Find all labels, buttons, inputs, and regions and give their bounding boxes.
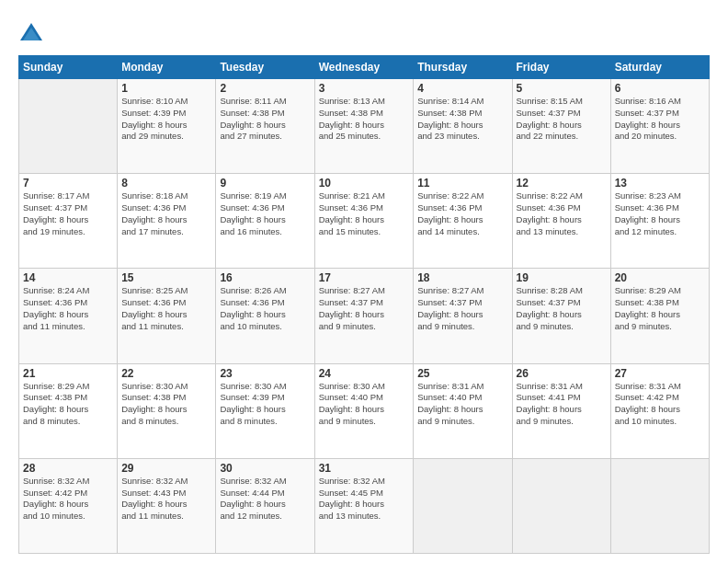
day-number: 8 — [121, 177, 211, 190]
calendar-cell: 23Sunrise: 8:30 AM Sunset: 4:39 PM Dayli… — [216, 363, 314, 458]
day-number: 4 — [417, 82, 507, 95]
calendar-cell — [414, 458, 512, 553]
day-number: 13 — [615, 177, 705, 190]
calendar-cell: 8Sunrise: 8:18 AM Sunset: 4:36 PM Daylig… — [118, 174, 216, 269]
day-number: 18 — [417, 271, 507, 284]
calendar-cell: 2Sunrise: 8:11 AM Sunset: 4:38 PM Daylig… — [216, 79, 314, 174]
calendar-cell: 18Sunrise: 8:27 AM Sunset: 4:37 PM Dayli… — [414, 269, 512, 363]
header-day-saturday: Saturday — [610, 56, 709, 79]
day-info: Sunrise: 8:32 AM Sunset: 4:43 PM Dayligh… — [121, 476, 211, 523]
calendar-cell: 17Sunrise: 8:27 AM Sunset: 4:37 PM Dayli… — [314, 269, 414, 363]
day-info: Sunrise: 8:27 AM Sunset: 4:37 PM Dayligh… — [319, 285, 410, 332]
header-day-tuesday: Tuesday — [216, 56, 314, 79]
day-number: 2 — [220, 82, 310, 95]
day-info: Sunrise: 8:31 AM Sunset: 4:42 PM Dayligh… — [615, 381, 705, 428]
calendar-cell: 9Sunrise: 8:19 AM Sunset: 4:36 PM Daylig… — [216, 174, 314, 269]
calendar-week-row: 1Sunrise: 8:10 AM Sunset: 4:39 PM Daylig… — [19, 79, 710, 174]
calendar-cell: 25Sunrise: 8:31 AM Sunset: 4:40 PM Dayli… — [414, 363, 512, 458]
calendar-cell: 6Sunrise: 8:16 AM Sunset: 4:37 PM Daylig… — [610, 79, 709, 174]
calendar-cell: 21Sunrise: 8:29 AM Sunset: 4:38 PM Dayli… — [19, 363, 118, 458]
calendar-cell: 1Sunrise: 8:10 AM Sunset: 4:39 PM Daylig… — [118, 79, 216, 174]
day-info: Sunrise: 8:22 AM Sunset: 4:36 PM Dayligh… — [517, 190, 607, 237]
day-info: Sunrise: 8:29 AM Sunset: 4:38 PM Dayligh… — [615, 285, 705, 332]
day-number: 10 — [319, 177, 410, 190]
day-number: 22 — [121, 367, 211, 380]
day-info: Sunrise: 8:22 AM Sunset: 4:36 PM Dayligh… — [417, 190, 507, 237]
calendar-cell: 7Sunrise: 8:17 AM Sunset: 4:37 PM Daylig… — [19, 174, 118, 269]
header-day-monday: Monday — [118, 56, 216, 79]
day-info: Sunrise: 8:19 AM Sunset: 4:36 PM Dayligh… — [220, 190, 310, 237]
header-day-thursday: Thursday — [414, 56, 512, 79]
day-info: Sunrise: 8:28 AM Sunset: 4:37 PM Dayligh… — [517, 285, 607, 332]
calendar-cell: 24Sunrise: 8:30 AM Sunset: 4:40 PM Dayli… — [314, 363, 414, 458]
day-number: 29 — [121, 462, 211, 475]
day-number: 15 — [121, 271, 211, 284]
calendar-cell — [19, 79, 118, 174]
calendar-table: SundayMondayTuesdayWednesdayThursdayFrid… — [18, 55, 710, 554]
logo-icon — [18, 20, 44, 46]
calendar-cell: 11Sunrise: 8:22 AM Sunset: 4:36 PM Dayli… — [414, 174, 512, 269]
day-info: Sunrise: 8:10 AM Sunset: 4:39 PM Dayligh… — [121, 96, 211, 143]
day-info: Sunrise: 8:16 AM Sunset: 4:37 PM Dayligh… — [615, 96, 705, 143]
calendar-header-row: SundayMondayTuesdayWednesdayThursdayFrid… — [19, 56, 710, 79]
day-number: 30 — [220, 462, 310, 475]
day-info: Sunrise: 8:29 AM Sunset: 4:38 PM Dayligh… — [23, 381, 113, 428]
day-number: 20 — [615, 271, 705, 284]
calendar-week-row: 14Sunrise: 8:24 AM Sunset: 4:36 PM Dayli… — [19, 269, 710, 363]
day-info: Sunrise: 8:17 AM Sunset: 4:37 PM Dayligh… — [23, 190, 113, 237]
calendar-week-row: 7Sunrise: 8:17 AM Sunset: 4:37 PM Daylig… — [19, 174, 710, 269]
calendar-cell: 19Sunrise: 8:28 AM Sunset: 4:37 PM Dayli… — [512, 269, 610, 363]
day-number: 3 — [319, 82, 410, 95]
day-info: Sunrise: 8:30 AM Sunset: 4:39 PM Dayligh… — [220, 381, 310, 428]
calendar-week-row: 21Sunrise: 8:29 AM Sunset: 4:38 PM Dayli… — [19, 363, 710, 458]
day-info: Sunrise: 8:13 AM Sunset: 4:38 PM Dayligh… — [319, 96, 410, 143]
day-number: 28 — [23, 462, 113, 475]
day-info: Sunrise: 8:27 AM Sunset: 4:37 PM Dayligh… — [417, 285, 507, 332]
day-number: 31 — [319, 462, 410, 475]
day-info: Sunrise: 8:32 AM Sunset: 4:44 PM Dayligh… — [220, 476, 310, 523]
calendar-cell: 29Sunrise: 8:32 AM Sunset: 4:43 PM Dayli… — [118, 458, 216, 553]
day-info: Sunrise: 8:11 AM Sunset: 4:38 PM Dayligh… — [220, 96, 310, 143]
calendar-cell: 28Sunrise: 8:32 AM Sunset: 4:42 PM Dayli… — [19, 458, 118, 553]
header — [18, 17, 710, 46]
calendar-cell: 5Sunrise: 8:15 AM Sunset: 4:37 PM Daylig… — [512, 79, 610, 174]
day-info: Sunrise: 8:14 AM Sunset: 4:38 PM Dayligh… — [417, 96, 507, 143]
day-info: Sunrise: 8:31 AM Sunset: 4:40 PM Dayligh… — [417, 381, 507, 428]
header-day-friday: Friday — [512, 56, 610, 79]
header-day-wednesday: Wednesday — [314, 56, 414, 79]
day-number: 16 — [220, 271, 310, 284]
day-info: Sunrise: 8:30 AM Sunset: 4:38 PM Dayligh… — [121, 381, 211, 428]
calendar-cell: 20Sunrise: 8:29 AM Sunset: 4:38 PM Dayli… — [610, 269, 709, 363]
day-info: Sunrise: 8:25 AM Sunset: 4:36 PM Dayligh… — [121, 285, 211, 332]
day-info: Sunrise: 8:26 AM Sunset: 4:36 PM Dayligh… — [220, 285, 310, 332]
logo — [18, 20, 48, 46]
header-day-sunday: Sunday — [19, 56, 118, 79]
calendar-cell: 13Sunrise: 8:23 AM Sunset: 4:36 PM Dayli… — [610, 174, 709, 269]
calendar-cell — [512, 458, 610, 553]
day-info: Sunrise: 8:32 AM Sunset: 4:42 PM Dayligh… — [23, 476, 113, 523]
day-number: 17 — [319, 271, 410, 284]
day-info: Sunrise: 8:23 AM Sunset: 4:36 PM Dayligh… — [615, 190, 705, 237]
calendar-cell: 14Sunrise: 8:24 AM Sunset: 4:36 PM Dayli… — [19, 269, 118, 363]
calendar-cell: 10Sunrise: 8:21 AM Sunset: 4:36 PM Dayli… — [314, 174, 414, 269]
day-number: 9 — [220, 177, 310, 190]
day-info: Sunrise: 8:21 AM Sunset: 4:36 PM Dayligh… — [319, 190, 410, 237]
calendar-cell: 3Sunrise: 8:13 AM Sunset: 4:38 PM Daylig… — [314, 79, 414, 174]
calendar-cell: 4Sunrise: 8:14 AM Sunset: 4:38 PM Daylig… — [414, 79, 512, 174]
day-info: Sunrise: 8:24 AM Sunset: 4:36 PM Dayligh… — [23, 285, 113, 332]
day-number: 24 — [319, 367, 410, 380]
day-info: Sunrise: 8:18 AM Sunset: 4:36 PM Dayligh… — [121, 190, 211, 237]
day-number: 26 — [517, 367, 607, 380]
calendar-cell: 26Sunrise: 8:31 AM Sunset: 4:41 PM Dayli… — [512, 363, 610, 458]
day-number: 21 — [23, 367, 113, 380]
calendar-cell: 31Sunrise: 8:32 AM Sunset: 4:45 PM Dayli… — [314, 458, 414, 553]
calendar-cell: 12Sunrise: 8:22 AM Sunset: 4:36 PM Dayli… — [512, 174, 610, 269]
calendar-cell: 15Sunrise: 8:25 AM Sunset: 4:36 PM Dayli… — [118, 269, 216, 363]
day-number: 12 — [517, 177, 607, 190]
day-info: Sunrise: 8:15 AM Sunset: 4:37 PM Dayligh… — [517, 96, 607, 143]
day-number: 6 — [615, 82, 705, 95]
calendar-week-row: 28Sunrise: 8:32 AM Sunset: 4:42 PM Dayli… — [19, 458, 710, 553]
day-info: Sunrise: 8:30 AM Sunset: 4:40 PM Dayligh… — [319, 381, 410, 428]
day-number: 27 — [615, 367, 705, 380]
page: SundayMondayTuesdayWednesdayThursdayFrid… — [0, 0, 728, 563]
